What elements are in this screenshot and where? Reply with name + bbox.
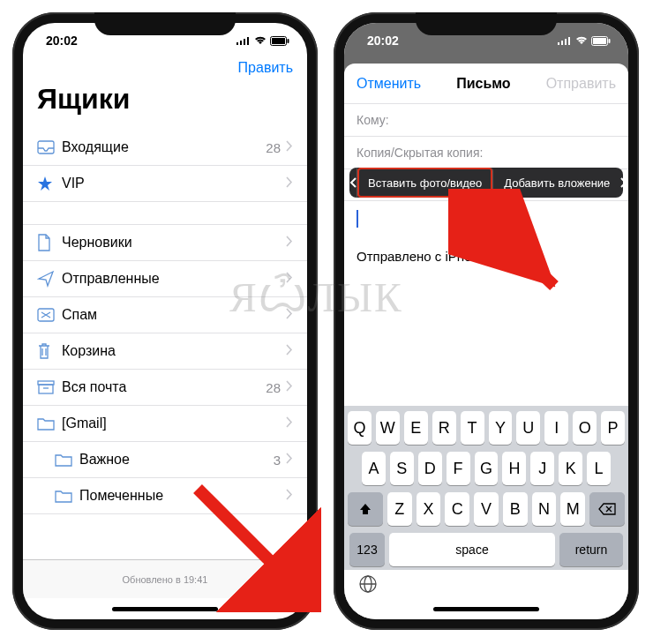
mailbox-row-gmail[interactable]: [Gmail] [23, 406, 307, 442]
key-b[interactable]: B [503, 492, 528, 526]
battery-icon [591, 36, 611, 46]
send-icon [37, 270, 62, 288]
delete-key[interactable] [589, 492, 625, 526]
svg-rect-2 [244, 39, 245, 45]
mailbox-label: Корзина [62, 343, 286, 359]
folder-icon [37, 489, 79, 503]
key-w[interactable]: W [376, 411, 400, 445]
key-i[interactable]: I [544, 411, 568, 445]
svg-rect-7 [38, 141, 54, 154]
mailbox-label: Входящие [62, 139, 266, 155]
key-f[interactable]: F [447, 452, 470, 485]
folder-icon [37, 453, 79, 467]
delete-icon [598, 503, 616, 515]
mailbox-count: 28 [266, 140, 281, 155]
mailbox-row-drafts[interactable]: Черновики [23, 225, 307, 261]
status-time: 20:02 [367, 34, 399, 48]
key-r[interactable]: R [432, 411, 456, 445]
svg-rect-5 [272, 38, 285, 44]
folder-icon [37, 416, 62, 431]
edit-menu: Вставить фото/видео Добавить вложение [349, 168, 623, 198]
archive-icon [37, 380, 62, 394]
svg-rect-19 [593, 38, 606, 44]
chevron-left-icon [349, 177, 357, 188]
key-c[interactable]: C [445, 492, 469, 526]
key-t[interactable]: T [461, 411, 484, 445]
key-p[interactable]: P [601, 411, 625, 445]
compose-button[interactable] [274, 569, 293, 590]
shift-key[interactable] [348, 492, 383, 526]
subject-area[interactable]: Вставить фото/видео Добавить вложение [344, 169, 628, 201]
mailbox-list: Входящие28VIPЧерновикиОтправленныеСпамКо… [23, 130, 307, 559]
cancel-button[interactable]: Отменить [357, 76, 421, 92]
key-q[interactable]: Q [348, 411, 372, 445]
screen-mailboxes: 20:02 Править Ящики Входящие28VIPЧернови… [23, 23, 307, 619]
home-indicator[interactable] [344, 598, 628, 619]
key-x[interactable]: X [417, 492, 441, 526]
key-o[interactable]: O [573, 411, 597, 445]
key-d[interactable]: D [418, 452, 442, 485]
status-icons [236, 36, 289, 46]
compose-sheet: Отменить Письмо Отправить Кому: Копия/Ск… [344, 64, 628, 619]
svg-rect-14 [558, 42, 559, 45]
mailbox-count: 28 [266, 380, 281, 395]
menu-next-button[interactable] [620, 168, 627, 198]
home-indicator[interactable] [23, 598, 307, 619]
key-g[interactable]: G [475, 452, 499, 485]
mailbox-row-flagged[interactable]: Помеченные [23, 478, 307, 514]
mailbox-label: [Gmail] [62, 416, 286, 431]
svg-rect-17 [568, 37, 570, 45]
menu-insert-photo-video[interactable]: Вставить фото/видео [357, 168, 493, 198]
send-button[interactable]: Отправить [546, 76, 616, 92]
chevron-right-icon [286, 452, 293, 468]
menu-prev-button[interactable] [349, 168, 357, 198]
mailbox-label: Черновики [62, 235, 286, 251]
chevron-right-icon [286, 379, 293, 395]
signature: Отправлено с iPhone [357, 249, 616, 264]
key-v[interactable]: V [474, 492, 499, 526]
to-field[interactable]: Кому: [344, 104, 628, 137]
tray-icon [37, 140, 62, 154]
cc-field[interactable]: Копия/Скрытая копия: [344, 137, 628, 169]
key-123[interactable]: 123 [349, 533, 385, 566]
text-cursor [357, 210, 358, 228]
mailbox-row-inbox[interactable]: Входящие28 [23, 130, 307, 166]
key-u[interactable]: U [516, 411, 540, 445]
svg-rect-1 [240, 41, 242, 45]
key-l[interactable]: L [587, 452, 611, 485]
mailbox-row-vip[interactable]: VIP [23, 166, 307, 202]
chevron-right-icon [286, 343, 293, 359]
key-k[interactable]: K [559, 452, 582, 485]
svg-rect-15 [561, 41, 563, 45]
menu-add-attachment[interactable]: Добавить вложение [493, 168, 620, 198]
wifi-icon [254, 36, 266, 45]
key-n[interactable]: N [532, 492, 557, 526]
key-j[interactable]: J [530, 452, 554, 485]
key-s[interactable]: S [390, 452, 414, 485]
spam-icon [37, 308, 62, 322]
key-z[interactable]: Z [387, 492, 412, 526]
mailbox-label: Помеченные [79, 488, 286, 504]
mailbox-label: Важное [79, 452, 274, 468]
page-title: Ящики [23, 81, 307, 130]
mailbox-row-important[interactable]: Важное3 [23, 442, 307, 478]
key-e[interactable]: E [404, 411, 428, 445]
mailbox-row-trash[interactable]: Корзина [23, 333, 307, 370]
key-return[interactable]: return [559, 533, 623, 566]
globe-button[interactable] [358, 574, 378, 597]
key-y[interactable]: Y [489, 411, 513, 445]
key-m[interactable]: M [560, 492, 585, 526]
status-time: 20:02 [46, 34, 78, 48]
mailbox-label: Вся почта [62, 379, 266, 395]
edit-button[interactable]: Править [23, 58, 307, 81]
key-a[interactable]: A [362, 452, 386, 485]
svg-rect-6 [288, 39, 289, 43]
toolbar-status: Обновлено в 19:41 [123, 574, 208, 585]
svg-rect-12 [275, 573, 288, 586]
phone-right: 20:02 Отменить Письмо Отправить Кому: Ко… [334, 12, 639, 630]
key-space[interactable]: space [389, 533, 555, 566]
mailbox-row-all[interactable]: Вся почта28 [23, 370, 307, 406]
key-h[interactable]: H [502, 452, 526, 485]
signal-icon [558, 36, 572, 45]
chevron-right-icon [620, 177, 627, 188]
